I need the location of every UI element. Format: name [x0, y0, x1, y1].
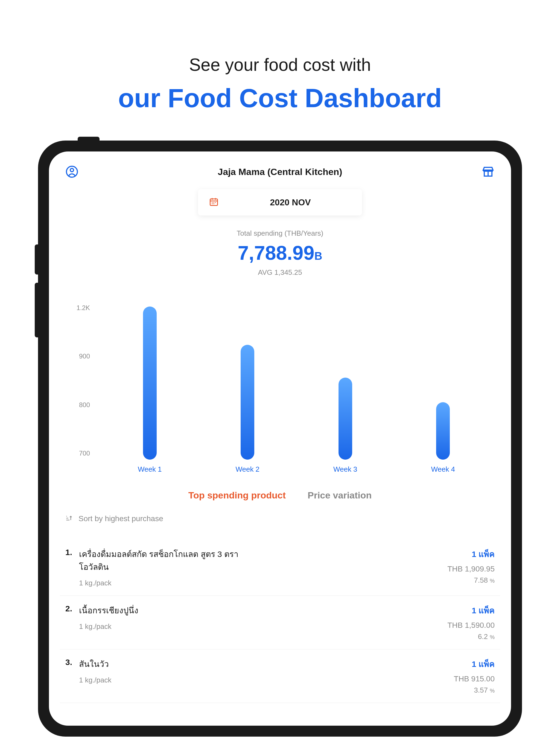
tablet-side-button — [35, 244, 38, 275]
item-price: THB 1,909.95 — [447, 565, 495, 573]
list-item[interactable]: 3. สันในวัว 1 kg./pack 1 แพ็ค THB 915.00… — [60, 649, 500, 703]
item-name: สันในวัว — [79, 658, 243, 670]
bar-group: Week 4 — [431, 402, 455, 473]
spending-summary: Total spending (THB/Years) 7,788.99B AVG… — [60, 229, 500, 277]
promo-heading: See your food cost with our Food Cost Da… — [0, 0, 560, 140]
item-name: เนื้อกรรเชียงปูนึ่ง — [79, 604, 243, 617]
item-pct: 7.58 % — [447, 576, 495, 585]
list-item[interactable]: 2. เนื้อกรรเชียงปูนึ่ง 1 kg./pack 1 แพ็ค… — [60, 596, 500, 649]
bar-label: Week 1 — [138, 465, 162, 473]
svg-point-1 — [70, 169, 74, 172]
spending-amount: 7,788.99B — [60, 242, 500, 264]
sort-icon — [65, 514, 73, 523]
app-screen: Jaja Mama (Central Kitchen) — [49, 152, 511, 726]
tablet-frame: Jaja Mama (Central Kitchen) — [38, 140, 522, 737]
sort-label: Sort by highest purchase — [78, 514, 163, 523]
item-pct: 3.57 % — [454, 686, 495, 695]
bar-label: Week 2 — [235, 465, 259, 473]
item-number: 1. — [65, 548, 74, 557]
item-unit: 1 kg./pack — [79, 676, 449, 685]
bars-area: Week 1 Week 2 Week 3 Week 4 — [101, 304, 492, 473]
promo-line2: our Food Cost Dashboard — [0, 83, 560, 113]
spending-currency: B — [314, 250, 322, 262]
item-qty: 1 แพ็ค — [447, 548, 495, 561]
bar-week1[interactable] — [143, 307, 157, 460]
item-price: THB 1,590.00 — [447, 621, 495, 630]
item-price: THB 915.00 — [454, 674, 495, 683]
restaurant-title: Jaja Mama (Central Kitchen) — [218, 166, 342, 177]
y-tick: 700 — [68, 449, 90, 457]
spending-amount-value: 7,788.99 — [238, 242, 314, 264]
item-info: เครื่องดื่มมอลต์สกัด รสช็อกโกแลต สูตร 3 … — [79, 548, 442, 587]
tab-price-variation[interactable]: Price variation — [308, 490, 372, 500]
bar-label: Week 4 — [431, 465, 455, 473]
item-right: 1 แพ็ค THB 1,909.95 7.58 % — [447, 548, 495, 585]
profile-icon[interactable] — [65, 165, 78, 178]
top-bar: Jaja Mama (Central Kitchen) — [60, 165, 500, 178]
tabs: Top spending product Price variation — [60, 490, 500, 500]
y-axis: 1.2K 900 800 700 — [68, 304, 90, 473]
item-unit: 1 kg./pack — [79, 622, 442, 631]
item-name: เครื่องดื่มมอลต์สกัด รสช็อกโกแลต สูตร 3 … — [79, 548, 243, 573]
bar-week3[interactable] — [338, 378, 352, 460]
store-icon[interactable] — [482, 165, 495, 178]
bar-group: Week 3 — [333, 378, 357, 473]
y-tick: 1.2K — [68, 304, 90, 312]
y-tick: 800 — [68, 401, 90, 409]
item-right: 1 แพ็ค THB 915.00 3.57 % — [454, 658, 495, 695]
item-qty: 1 แพ็ค — [454, 658, 495, 670]
product-list: 1. เครื่องดื่มมอลต์สกัด รสช็อกโกแลต สูตร… — [60, 539, 500, 703]
bar-week4[interactable] — [436, 402, 450, 460]
bar-label: Week 3 — [333, 465, 357, 473]
tablet-side-button — [35, 283, 38, 337]
promo-line1: See your food cost with — [0, 55, 560, 75]
calendar-icon — [209, 197, 219, 208]
item-info: สันในวัว 1 kg./pack — [79, 658, 449, 685]
date-label: 2020 NOV — [230, 198, 351, 208]
tab-top-spending[interactable]: Top spending product — [188, 490, 286, 500]
item-pct: 6.2 % — [447, 633, 495, 641]
item-right: 1 แพ็ค THB 1,590.00 6.2 % — [447, 604, 495, 641]
bar-group: Week 1 — [138, 307, 162, 473]
item-unit: 1 kg./pack — [79, 579, 442, 587]
date-selector[interactable]: 2020 NOV — [198, 189, 362, 215]
sort-control[interactable]: Sort by highest purchase — [60, 514, 500, 523]
bar-chart: 1.2K 900 800 700 Week 1 Week 2 Week 3 — [60, 304, 500, 473]
item-number: 3. — [65, 658, 74, 667]
item-qty: 1 แพ็ค — [447, 604, 495, 617]
spending-avg: AVG 1,345.25 — [60, 268, 500, 277]
bar-group: Week 2 — [235, 345, 259, 473]
spending-label: Total spending (THB/Years) — [60, 229, 500, 238]
list-item[interactable]: 1. เครื่องดื่มมอลต์สกัด รสช็อกโกแลต สูตร… — [60, 539, 500, 596]
item-info: เนื้อกรรเชียงปูนึ่ง 1 kg./pack — [79, 604, 442, 631]
y-tick: 900 — [68, 353, 90, 360]
item-number: 2. — [65, 604, 74, 613]
bar-week2[interactable] — [240, 345, 254, 460]
